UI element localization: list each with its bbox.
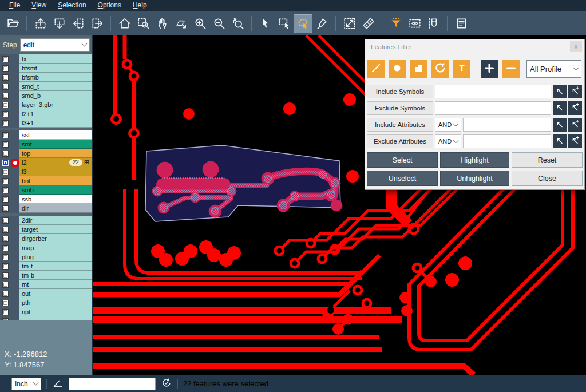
menu-selection[interactable]: Selection <box>52 1 92 11</box>
snap-magnet-button[interactable] <box>424 14 443 33</box>
layer-label[interactable]: npt <box>19 307 92 316</box>
layer-visibility-checkbox[interactable] <box>2 151 9 157</box>
layer-label[interactable]: target <box>19 225 92 234</box>
layer-label[interactable]: smb <box>19 185 92 195</box>
layer-visibility-checkbox[interactable] <box>2 102 9 108</box>
layer-visibility-checkbox[interactable] <box>2 196 9 203</box>
ruler-button[interactable] <box>359 14 378 33</box>
work-layer-cell[interactable] <box>10 54 19 64</box>
work-layer-cell[interactable] <box>10 130 19 140</box>
pan-hand-button[interactable] <box>153 14 172 33</box>
work-layer-cell[interactable] <box>10 289 19 298</box>
layer-visibility-checkbox[interactable] <box>2 245 9 251</box>
layer-label[interactable]: top <box>19 149 92 158</box>
exclude-symbols-input[interactable] <box>435 101 551 115</box>
layer-visibility-checkbox[interactable] <box>2 300 9 306</box>
work-layer-cell[interactable] <box>10 149 19 158</box>
work-layer-cell[interactable] <box>10 109 19 118</box>
include-symbols-label[interactable]: Include Symbols <box>367 85 433 98</box>
work-layer-cell[interactable] <box>10 225 19 234</box>
layer-label[interactable]: smd_t <box>19 82 92 91</box>
pick-add-symbol-button[interactable] <box>568 85 582 98</box>
pick-attribute-button[interactable] <box>553 134 567 148</box>
zoom-out-button[interactable] <box>209 14 228 33</box>
pick-add-attribute-button[interactable] <box>568 134 582 148</box>
work-layer-cell[interactable] <box>10 243 19 252</box>
layer-visibility-checkbox[interactable] <box>2 169 9 175</box>
home-view-button[interactable] <box>115 14 134 33</box>
layer-label[interactable]: bfsmb <box>19 73 92 82</box>
menu-file[interactable]: File <box>3 1 26 11</box>
layer-label[interactable]: l3 <box>19 167 92 176</box>
layer-visibility-checkbox[interactable] <box>2 263 9 270</box>
layer-label[interactable]: l222⊞ <box>19 158 92 167</box>
layer-label[interactable]: plug <box>19 252 92 262</box>
layer-label[interactable]: dir <box>19 204 92 213</box>
work-layer-cell[interactable] <box>10 307 19 316</box>
profile-select[interactable]: All Profile <box>526 60 581 78</box>
angle-mode-icon[interactable] <box>52 377 64 391</box>
work-layer-cell[interactable] <box>10 234 19 243</box>
pan-left-button[interactable] <box>69 14 88 33</box>
exclude-symbols-label[interactable]: Exclude Symbols <box>367 101 433 115</box>
filter-text-button[interactable]: T <box>453 60 470 78</box>
menu-options[interactable]: Options <box>92 1 127 11</box>
work-layer-cell[interactable] <box>10 167 19 176</box>
work-layer-cell[interactable] <box>10 100 19 109</box>
select-cursor-button[interactable] <box>256 14 275 33</box>
work-layer-cell[interactable] <box>10 64 19 73</box>
layer-label[interactable]: dirgerber <box>19 234 92 243</box>
layer-label[interactable]: l3+1 <box>19 118 92 128</box>
layer-visibility-checkbox[interactable] <box>2 187 9 193</box>
layer-visibility-checkbox[interactable] <box>2 227 9 233</box>
layer-label[interactable]: layer_3.gbr <box>19 100 92 109</box>
exclude-attributes-label[interactable]: Exclude Attributes <box>367 134 433 148</box>
work-layer-cell[interactable] <box>10 158 19 167</box>
transform-shape-button[interactable] <box>172 14 191 33</box>
pick-add-symbol-button[interactable] <box>568 101 582 115</box>
include-attributes-input[interactable] <box>463 118 551 132</box>
report-list-button[interactable] <box>452 14 470 33</box>
work-layer-cell[interactable] <box>10 185 19 195</box>
layer-visibility-checkbox[interactable] <box>2 160 9 166</box>
work-layer-cell[interactable] <box>10 262 19 271</box>
zoom-window-button[interactable] <box>134 14 153 33</box>
layer-visibility-checkbox[interactable] <box>2 84 9 90</box>
layer-visibility-checkbox[interactable] <box>2 178 9 184</box>
layer-label[interactable]: out <box>19 289 92 298</box>
include-attributes-label[interactable]: Include Attributes <box>367 118 433 132</box>
work-layer-cell[interactable] <box>10 118 19 128</box>
close-button[interactable]: Close <box>512 171 583 186</box>
work-layer-cell[interactable] <box>10 91 19 100</box>
unselect-button[interactable]: Unselect <box>367 171 438 186</box>
work-layer-cell[interactable] <box>10 298 19 307</box>
zoom-in-button[interactable] <box>191 14 209 33</box>
layer-label[interactable]: pth <box>19 298 92 307</box>
layer-label[interactable]: bfsmt <box>19 64 92 73</box>
layer-visibility-checkbox[interactable] <box>2 74 9 81</box>
layer-visibility-checkbox[interactable] <box>2 236 9 242</box>
layer-visibility-checkbox[interactable] <box>2 282 9 288</box>
layer-visibility-checkbox[interactable] <box>2 141 9 148</box>
layer-label[interactable]: sst <box>19 130 92 140</box>
pick-symbol-button[interactable] <box>553 101 567 115</box>
exclude-attributes-and-select[interactable]: AND <box>435 134 461 148</box>
layer-label[interactable]: ssb <box>19 195 92 204</box>
layer-visibility-checkbox[interactable] <box>2 65 9 72</box>
layer-label[interactable]: 2dir-- <box>19 216 92 225</box>
menu-help[interactable]: Help <box>127 1 153 11</box>
step-select[interactable]: edit <box>20 38 90 52</box>
features-filter-button[interactable] <box>386 14 405 33</box>
sync-refresh-icon[interactable] <box>161 377 172 391</box>
layer-label[interactable]: smd_b <box>19 91 92 100</box>
open-project-button[interactable] <box>3 14 22 33</box>
layer-label[interactable]: fx <box>19 54 92 64</box>
unhighlight-button[interactable]: Unhighlight <box>440 171 509 186</box>
pan-down-button[interactable] <box>50 14 69 33</box>
include-attributes-and-select[interactable]: AND <box>435 118 461 132</box>
clear-brush-button[interactable] <box>312 14 331 33</box>
command-input[interactable] <box>69 378 156 390</box>
layer-visibility-checkbox[interactable] <box>2 93 9 99</box>
layer-label[interactable]: tm-t <box>19 262 92 271</box>
work-layer-cell[interactable] <box>10 176 19 185</box>
